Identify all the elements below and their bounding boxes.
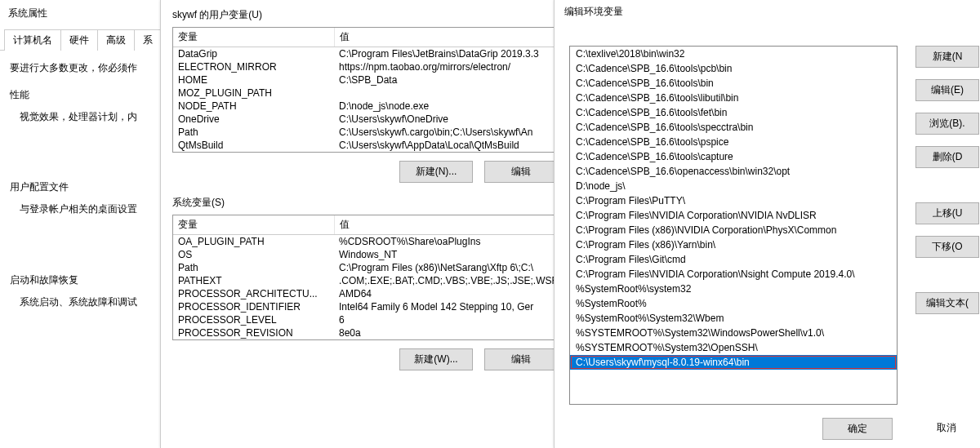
table-row[interactable]: PROCESSOR_REVISION8e0a <box>173 326 557 339</box>
cell-var: OS <box>173 248 334 261</box>
tab-computer-name[interactable]: 计算机名 <box>4 29 61 51</box>
table-row[interactable]: QtMsBuildC:\Users\skywf\AppData\Local\Qt… <box>173 139 557 152</box>
path-listbox[interactable]: C:\texlive\2018\bin\win32C:\Cadence\SPB_… <box>569 46 898 405</box>
cell-var: PROCESSOR_REVISION <box>173 326 334 339</box>
cell-var: PATHEXT <box>173 274 334 287</box>
path-item[interactable]: C:\Users\skywf\mysql-8.0.19-winx64\bin <box>570 355 897 370</box>
cell-val: C:\Program Files\JetBrains\DataGrip 2019… <box>334 47 557 60</box>
table-row[interactable]: MOZ_PLUGIN_PATH <box>173 86 557 100</box>
path-item[interactable]: C:\Program Files\NVIDIA Corporation\NVID… <box>570 208 897 223</box>
movedown-button[interactable]: 下移(O <box>915 236 979 258</box>
button-column: 新建(N 编辑(E) 浏览(B). 删除(D 上移(U 下移(O 编辑文本( <box>915 46 980 314</box>
user-vars-list[interactable]: 变量 值 DataGripC:\Program Files\JetBrains\… <box>172 27 558 153</box>
cell-var: PROCESSOR_ARCHITECTU... <box>173 287 334 300</box>
path-item[interactable]: %SYSTEMROOT%\System32\WindowsPowerShell\… <box>570 326 897 340</box>
path-item[interactable]: C:\Program Files\PuTTY\ <box>570 193 897 208</box>
edit-environment-variable-window: 编辑环境变量 C:\texlive\2018\bin\win32C:\Caden… <box>554 0 980 448</box>
sys-new-button[interactable]: 新建(W)... <box>399 348 473 370</box>
user-vars-title: skywf 的用户变量(U) <box>161 0 569 27</box>
path-item[interactable]: C:\Cadence\SPB_16.6\tools\pcb\bin <box>570 61 897 76</box>
cell-var: QtMsBuild <box>173 139 334 152</box>
group-startup-desc: 系统启动、系统故障和调试 <box>20 293 162 312</box>
system-properties-window: 系统属性 计算机名 硬件 高级 系 要进行大多数更改，你必须作 性能 视觉效果，… <box>0 0 172 448</box>
cell-val: C:\Users\skywf\.cargo\bin;C:\Users\skywf… <box>334 126 557 139</box>
environment-variables-window: skywf 的用户变量(U) 变量 值 DataGripC:\Program F… <box>160 0 570 448</box>
table-row[interactable]: NODE_PATHD:\node_js\node.exe <box>173 100 557 113</box>
tab-truncated[interactable]: 系 <box>134 29 162 51</box>
table-row[interactable]: ELECTRON_MIRRORhttps://npm.taobao.org/mi… <box>173 60 557 73</box>
group-userprofile-desc: 与登录帐户相关的桌面设置 <box>20 200 162 219</box>
table-row[interactable]: OSWindows_NT <box>173 248 557 261</box>
path-item[interactable]: C:\texlive\2018\bin\win32 <box>570 47 897 61</box>
ok-button[interactable]: 确定 <box>822 418 893 440</box>
table-row[interactable]: HOMEC:\SPB_Data <box>173 73 557 86</box>
path-item[interactable]: C:\Program Files\NVIDIA Corporation\Nsig… <box>570 267 897 282</box>
header-val: 值 <box>335 215 557 234</box>
table-row[interactable]: PROCESSOR_IDENTIFIERIntel64 Family 6 Mod… <box>173 300 557 313</box>
cell-val <box>334 86 557 100</box>
cell-var: Path <box>173 261 334 274</box>
cell-var: Path <box>173 126 334 139</box>
group-performance: 性能 <box>10 86 162 104</box>
cell-var: ELECTRON_MIRROR <box>173 60 334 73</box>
header-var: 变量 <box>173 28 335 47</box>
header-var: 变量 <box>173 215 335 234</box>
window-title: 系统属性 <box>0 0 172 29</box>
delete-button[interactable]: 删除(D <box>915 146 979 168</box>
path-item[interactable]: C:\Program Files\Git\cmd <box>570 252 897 267</box>
edittext-button[interactable]: 编辑文本( <box>915 292 979 314</box>
path-item[interactable]: C:\Cadence\SPB_16.6\tools\fet\bin <box>570 105 897 120</box>
window-title: 编辑环境变量 <box>555 0 980 27</box>
cell-var: DataGrip <box>173 47 334 60</box>
table-row[interactable]: OneDriveC:\Users\skywf\OneDrive <box>173 113 557 126</box>
path-item[interactable]: %SystemRoot%\system32 <box>570 282 897 296</box>
path-item[interactable]: %SYSTEMROOT%\System32\OpenSSH\ <box>570 340 897 355</box>
sys-vars-list[interactable]: 变量 值 OA_PLUGIN_PATH%CDSROOT%\Share\oaPlu… <box>172 215 558 340</box>
cell-var: MOZ_PLUGIN_PATH <box>173 86 334 100</box>
path-item[interactable]: C:\Program Files (x86)\NVIDIA Corporatio… <box>570 223 897 237</box>
sys-edit-button[interactable]: 编辑 <box>484 348 558 370</box>
cell-val: C:\SPB_Data <box>334 73 557 86</box>
cell-var: OA_PLUGIN_PATH <box>173 235 334 248</box>
tabstrip: 计算机名 硬件 高级 系 <box>0 29 172 51</box>
tab-advanced[interactable]: 高级 <box>97 29 135 51</box>
cell-val: https://npm.taobao.org/mirrors/electron/ <box>334 60 557 73</box>
path-item[interactable]: C:\Cadence\SPB_16.6\openaccess\bin\win32… <box>570 164 897 179</box>
user-edit-button[interactable]: 编辑 <box>484 161 558 183</box>
path-item[interactable]: %SystemRoot% <box>570 296 897 311</box>
path-item[interactable]: C:\Cadence\SPB_16.6\tools\bin <box>570 76 897 91</box>
table-row[interactable]: PATHEXT.COM;.EXE;.BAT;.CMD;.VBS;.VBE;.JS… <box>173 274 557 287</box>
browse-button[interactable]: 浏览(B). <box>915 113 979 135</box>
tab-content: 要进行大多数更改，你必须作 性能 视觉效果，处理器计划，内 用户配置文件 与登录… <box>0 51 172 323</box>
cell-val: Windows_NT <box>334 248 557 261</box>
path-item[interactable]: D:\node_js\ <box>570 179 897 193</box>
path-item[interactable]: C:\Cadence\SPB_16.6\tools\pspice <box>570 135 897 149</box>
table-row[interactable]: PathC:\Program Files (x86)\NetSarang\Xft… <box>173 261 557 274</box>
table-row[interactable]: PathC:\Users\skywf\.cargo\bin;C:\Users\s… <box>173 126 557 139</box>
cell-val: C:\Users\skywf\AppData\Local\QtMsBuild <box>334 139 557 152</box>
new-button[interactable]: 新建(N <box>915 46 979 68</box>
group-startup: 启动和故障恢复 <box>10 271 162 290</box>
intro-text: 要进行大多数更改，你必须作 <box>10 59 162 78</box>
cell-var: HOME <box>173 73 334 86</box>
path-item[interactable]: %SystemRoot%\System32\Wbem <box>570 311 897 326</box>
path-item[interactable]: C:\Cadence\SPB_16.6\tools\capture <box>570 149 897 164</box>
path-item[interactable]: C:\Cadence\SPB_16.6\tools\specctra\bin <box>570 120 897 135</box>
path-item[interactable]: C:\Program Files (x86)\Yarn\bin\ <box>570 237 897 252</box>
cell-val: %CDSROOT%\Share\oaPlugIns <box>334 235 557 248</box>
edit-button[interactable]: 编辑(E) <box>915 79 979 101</box>
cancel-button[interactable]: 取消 <box>912 418 980 440</box>
cell-val: AMD64 <box>334 287 557 300</box>
sys-vars-title: 系统变量(S) <box>161 188 569 215</box>
table-row[interactable]: PROCESSOR_LEVEL6 <box>173 313 557 326</box>
path-item[interactable]: C:\Cadence\SPB_16.6\tools\libutil\bin <box>570 91 897 105</box>
table-row[interactable]: OA_PLUGIN_PATH%CDSROOT%\Share\oaPlugIns <box>173 235 557 248</box>
tab-hardware[interactable]: 硬件 <box>60 29 98 51</box>
moveup-button[interactable]: 上移(U <box>915 202 979 224</box>
table-row[interactable]: PROCESSOR_ARCHITECTU...AMD64 <box>173 287 557 300</box>
cell-val: C:\Users\skywf\OneDrive <box>334 113 557 126</box>
cell-val: D:\node_js\node.exe <box>334 100 557 113</box>
user-new-button[interactable]: 新建(N)... <box>399 161 473 183</box>
table-row[interactable]: DataGripC:\Program Files\JetBrains\DataG… <box>173 47 557 60</box>
cell-val: .COM;.EXE;.BAT;.CMD;.VBS;.VBE;.JS;.JSE;.… <box>334 274 557 287</box>
